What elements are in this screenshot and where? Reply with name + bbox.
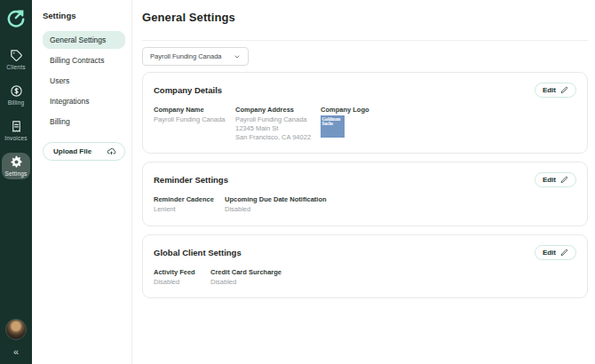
edit-company-details-button[interactable]: Edit <box>535 83 576 98</box>
upload-file-button[interactable]: Upload File <box>43 142 125 161</box>
reminder-settings-card: Reminder Settings Edit Reminder Cadence … <box>142 162 588 226</box>
company-logo-image: Goldman Sachs <box>321 115 345 138</box>
company-select-dropdown[interactable]: Payroll Funding Canada <box>142 47 249 66</box>
sidebar-item-label: Settings <box>4 170 27 177</box>
main-content: General Settings Payroll Funding Canada … <box>132 0 595 364</box>
sidebar-item-settings[interactable]: Settings <box>2 153 30 179</box>
user-avatar[interactable] <box>5 319 27 340</box>
card-title: Global Client Settings <box>154 248 242 257</box>
pencil-icon <box>560 249 568 257</box>
settings-sidebar: Settings General Settings Billing Contra… <box>32 0 132 364</box>
field-credit-card-surcharge: Credit Card Surcharge Disabled <box>210 268 282 287</box>
header-divider <box>142 40 588 41</box>
sidebar-item-billing[interactable]: Billing <box>43 113 125 131</box>
edit-reminder-settings-button[interactable]: Edit <box>535 172 576 187</box>
primary-sidebar: Clients Billing Invoices <box>0 0 32 364</box>
sidebar-item-label: Billing <box>8 99 25 106</box>
sidebar-item-integrations[interactable]: Integrations <box>43 92 125 110</box>
sidebar-item-billing[interactable]: Billing <box>2 82 30 108</box>
cloud-upload-icon <box>107 146 116 156</box>
sidebar-item-users[interactable]: Users <box>43 72 125 90</box>
tags-icon <box>10 49 23 62</box>
company-select-value: Payroll Funding Canada <box>150 52 221 60</box>
card-title: Company Details <box>154 85 222 95</box>
collapse-sidebar-button[interactable]: « <box>13 347 19 357</box>
chevron-down-icon <box>234 53 241 60</box>
pencil-icon <box>560 176 568 184</box>
sidebar-item-label: Clients <box>6 64 25 70</box>
field-reminder-cadence: Reminder Cadence Lenient <box>154 195 225 214</box>
invoice-icon <box>10 120 23 133</box>
sidebar-item-invoices[interactable]: Invoices <box>2 117 30 144</box>
page-title: General Settings <box>142 11 588 24</box>
edit-global-client-settings-button[interactable]: Edit <box>535 245 576 260</box>
gear-icon <box>10 155 23 169</box>
brand-arrow-icon <box>5 7 27 28</box>
global-client-settings-card: Global Client Settings Edit Activity Fee… <box>142 234 588 298</box>
field-activity-feed: Activity Feed Disabled <box>154 268 210 287</box>
sidebar-item-general-settings[interactable]: General Settings <box>43 31 125 49</box>
sidebar-item-label: Invoices <box>4 135 27 141</box>
company-details-card: Company Details Edit Company Name Payrol… <box>142 72 588 154</box>
app-logo[interactable] <box>5 7 27 28</box>
sidebar-item-billing-contracts[interactable]: Billing Contracts <box>43 51 125 69</box>
primary-nav: Clients Billing Invoices <box>0 46 32 179</box>
pencil-icon <box>560 86 568 94</box>
upload-file-label: Upload File <box>53 147 91 155</box>
field-company-logo: Company Logo Goldman Sachs <box>321 106 369 142</box>
sidebar-footer: « <box>5 319 27 364</box>
field-upcoming-due-date-notification: Upcoming Due Date Notification Disabled <box>225 195 327 214</box>
field-company-name: Company Name Payroll Funding Canada <box>154 106 235 142</box>
field-company-address: Company Address Payroll Funding Canada 1… <box>235 106 321 142</box>
card-title: Reminder Settings <box>154 175 228 185</box>
sidebar-item-clients[interactable]: Clients <box>2 46 30 73</box>
dollar-circle-icon <box>10 84 23 98</box>
settings-sidebar-title: Settings <box>43 11 125 20</box>
